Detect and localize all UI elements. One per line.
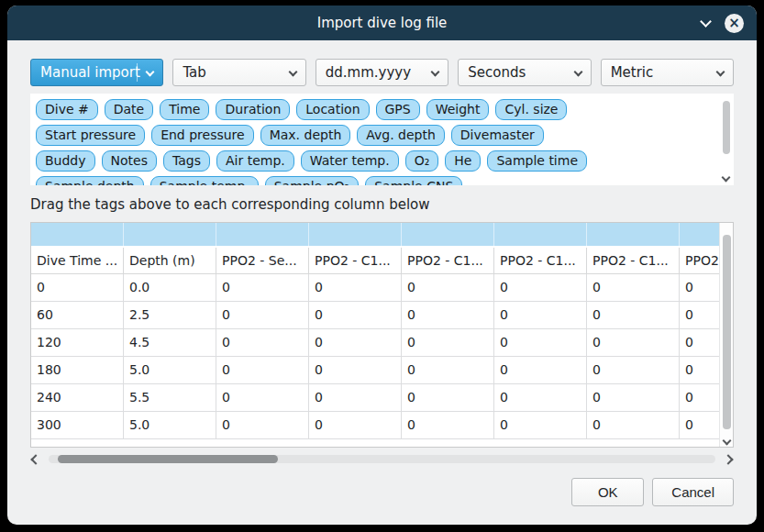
tag-cyl-size[interactable]: Cyl. size [495,99,567,120]
tag-tags[interactable]: Tags [163,150,210,172]
tag-gps[interactable]: GPS [376,99,420,120]
import-mode-select[interactable]: Manual import [30,59,163,86]
table-cell: 120 [31,329,124,356]
table-cell: 0 [216,357,309,383]
tag-air-temp[interactable]: Air temp. [216,150,294,172]
time-format-select[interactable]: Seconds [458,59,591,86]
drop-target-cell[interactable] [680,223,719,246]
drop-target-cell[interactable] [124,223,216,246]
drop-target-row [31,223,719,246]
tag-sample-po[interactable]: Sample pO₂ [265,176,359,185]
drop-target-cell[interactable] [402,223,494,246]
table-row: 1204.5000000 [31,329,719,357]
units-select[interactable]: Metric [601,59,734,86]
chevron-down-icon[interactable] [700,16,712,28]
time-format-value: Seconds [468,64,526,81]
cancel-button[interactable]: Cancel [652,478,734,506]
scrollbar-thumb[interactable] [723,101,730,154]
column-header-cell[interactable]: PPO2 - Se... [216,248,309,273]
table-horizontal-scrollbar [30,452,734,466]
tag-sample-depth[interactable]: Sample depth [36,176,144,185]
table-body: 00.0000000602.50000001204.50000001805.00… [31,274,719,439]
table-row: 3005.0000000 [31,412,719,439]
tag-dive[interactable]: Dive # [36,99,98,120]
table-cell: 0 [309,412,402,438]
tag-duration[interactable]: Duration [216,99,290,120]
tag-divemaster[interactable]: Divemaster [451,125,544,146]
date-format-select[interactable]: dd.mm.yyyy [316,59,448,86]
options-row: Manual import Tab dd.mm.yyyy Seconds Met… [30,59,734,86]
table-cell: 0 [309,357,402,383]
table-row: 2405.5000000 [31,384,719,412]
tag-date[interactable]: Date [105,99,153,120]
tag-he[interactable]: He [445,150,481,172]
table-cell: 0 [402,274,494,301]
table-cell: 0 [587,412,680,438]
tag-time[interactable]: Time [160,99,209,120]
tag-notes[interactable]: Notes [102,150,157,172]
column-header-cell[interactable]: PPO2 - C1... [402,248,494,273]
table-cell: 0 [587,302,680,328]
scrollbar-thumb[interactable] [58,455,278,463]
tag-o[interactable]: O₂ [405,150,439,172]
table-cell: 0 [587,274,680,301]
chevron-down-icon [716,68,725,77]
column-header-cell[interactable]: PPO2 - C1... [494,248,587,273]
close-icon: × [728,17,740,30]
column-header-cell[interactable]: PPO2 - C1... [309,248,402,273]
drop-target-cell[interactable] [216,223,309,246]
table-cell: 0 [402,412,494,438]
tag-sample-cns[interactable]: Sample CNS [365,176,462,185]
table-cell: 0 [680,412,719,438]
tag-location[interactable]: Location [296,99,369,120]
horizontal-scrollbar-track[interactable] [49,455,715,463]
drop-target-cell[interactable] [309,223,402,246]
table-cell: 0 [680,357,719,383]
date-format-value: dd.mm.yyyy [326,64,411,81]
close-button[interactable]: × [725,14,744,33]
tag-sample-temp[interactable]: Sample temp. [150,176,259,185]
tag-max-depth[interactable]: Max. depth [260,125,351,146]
tag-buddy[interactable]: Buddy [36,150,95,172]
table-vertical-scrollbar[interactable] [719,223,733,447]
chevron-down-icon[interactable] [722,173,731,183]
tag-weight[interactable]: Weight [426,99,490,120]
table-cell: 5.0 [124,357,216,383]
table-row: 00.0000000 [31,274,719,302]
tag-row: Dive #DateTimeDurationLocationGPSWeightC… [36,99,714,120]
tag-water-temp[interactable]: Water temp. [301,150,399,172]
drop-target-cell[interactable] [494,223,587,246]
column-header-cell[interactable]: PPO2 - C1... [587,248,680,273]
table-cell: 0 [216,412,309,438]
table-cell: 0 [680,384,719,411]
scrollbar-thumb[interactable] [723,235,731,429]
chevron-right-icon[interactable] [723,454,733,464]
import-dialog-window: Import dive log file × Manual import Tab… [7,6,757,525]
table-cell: 60 [31,302,124,328]
units-value: Metric [611,64,654,81]
tag-pool-scrollbar[interactable] [720,95,733,183]
table-cell: 240 [31,384,124,411]
titlebar-buttons: × [702,6,744,40]
chevron-down-icon [573,68,582,77]
table-cell: 0 [216,384,309,411]
drop-target-cell[interactable] [31,223,124,246]
drop-target-cell[interactable] [587,223,680,246]
chevron-left-icon[interactable] [30,454,40,464]
chevron-down-icon[interactable] [723,437,732,446]
table-cell: 0 [587,329,680,356]
tag-avg-depth[interactable]: Avg. depth [357,125,445,146]
tag-end-pressure[interactable]: End pressure [151,125,254,146]
tag-sample-time[interactable]: Sample time [487,150,587,172]
column-header-cell[interactable]: PPO2 - C1... [680,248,719,273]
tag-pool: Dive #DateTimeDurationLocationGPSWeightC… [30,94,734,185]
tag-start-pressure[interactable]: Start pressure [36,125,145,146]
field-separator-select[interactable]: Tab [172,59,305,86]
table-cell: 0 [216,329,309,356]
table-cell: 0 [216,302,309,328]
ok-button[interactable]: OK [571,478,644,506]
table-cell: 0 [216,274,309,301]
chevron-down-icon [146,68,155,77]
column-header-cell[interactable]: Dive Time ... [31,248,124,273]
column-header-cell[interactable]: Depth (m) [124,248,216,273]
